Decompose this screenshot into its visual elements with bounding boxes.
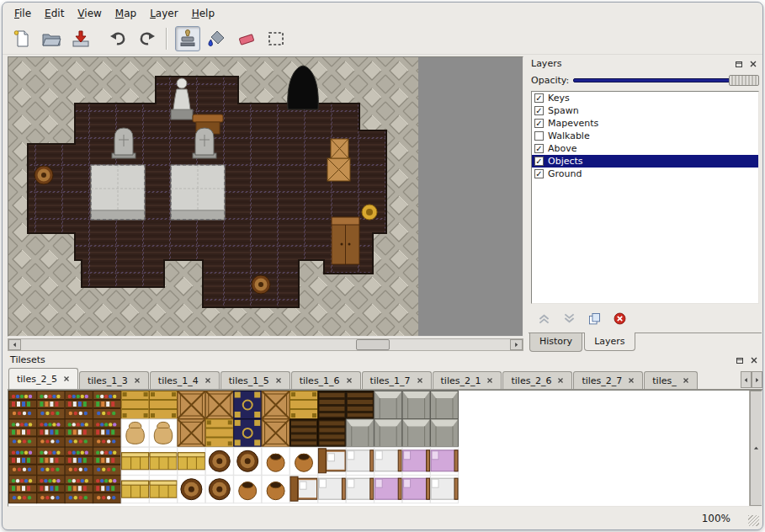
tileset-tab-tiles_2_5[interactable]: tiles_2_5	[8, 368, 78, 389]
opacity-row: Opacity:	[529, 71, 762, 89]
tab-close-icon[interactable]	[63, 375, 70, 382]
map-viewport[interactable]	[8, 56, 523, 337]
layer-row-spawn[interactable]: ✓ Spawn	[532, 104, 758, 117]
tab-close-icon[interactable]	[417, 377, 423, 384]
map-canvas[interactable]	[8, 57, 523, 336]
opacity-slider[interactable]	[573, 74, 759, 87]
zoom-level: 100%	[702, 513, 730, 524]
tileset-tab-label: tiles_1_4	[158, 375, 199, 386]
tab-close-icon[interactable]	[275, 377, 282, 384]
tileset-vertical-scrollbar[interactable]	[749, 391, 762, 506]
raise-layer-icon[interactable]	[537, 311, 551, 326]
layer-visibility-checkbox[interactable]: ✓	[534, 106, 544, 115]
eraser-tool-icon	[236, 29, 257, 49]
layer-visibility-checkbox[interactable]: ✓	[534, 144, 544, 153]
tileset-tab-tiles_1_5[interactable]: tiles_1_5	[220, 371, 290, 389]
layers-dock-title: Layers	[531, 58, 730, 69]
rect-select-tool-icon	[266, 29, 286, 49]
resize-grip[interactable]	[748, 515, 759, 526]
tileset-tab-label: tiles_2_1	[441, 375, 481, 386]
new-map-button[interactable]	[9, 26, 35, 51]
scrollbar-thumb[interactable]	[356, 339, 390, 350]
menu-edit[interactable]: Edit	[38, 6, 71, 21]
tileset-tab-label: tiles_1_3	[88, 375, 128, 386]
layer-list[interactable]: ✓ Keys ✓ Spawn ✓ Mapevents Walkable ✓ Ab…	[531, 91, 759, 304]
tileset-tab-tiles_1_7[interactable]: tiles_1_7	[362, 371, 432, 389]
save-button[interactable]	[68, 26, 93, 51]
tileset-tab-tiles_1_6[interactable]: tiles_1_6	[291, 371, 361, 389]
duplicate-layer-icon[interactable]	[587, 311, 602, 326]
layer-name: Above	[548, 143, 577, 154]
stamp-tool-button[interactable]	[175, 26, 200, 51]
tab-close-icon[interactable]	[134, 377, 141, 384]
tileset-tab-label: tiles_1_7	[370, 375, 411, 386]
menu-help[interactable]: Help	[185, 6, 221, 21]
tab-history[interactable]: History	[529, 333, 582, 352]
layer-visibility-checkbox[interactable]: ✓	[534, 119, 544, 128]
delete-layer-icon[interactable]	[613, 311, 627, 326]
right-arrow-icon	[754, 377, 760, 383]
tileset-tab-tiles_1_4[interactable]: tiles_1_4	[150, 371, 220, 389]
layer-row-mapevents[interactable]: ✓ Mapevents	[532, 117, 758, 130]
fill-tool-button[interactable]	[205, 26, 230, 51]
layer-row-keys[interactable]: ✓ Keys	[532, 92, 758, 104]
tab-close-icon[interactable]	[205, 377, 211, 384]
left-arrow-icon	[12, 342, 18, 348]
tileset-tab-label: tiles_2_5	[17, 374, 57, 385]
tilesets-dock-header: Tilesets	[8, 353, 762, 367]
menu-file[interactable]: File	[8, 6, 38, 21]
tab-close-icon[interactable]	[557, 377, 564, 384]
open-folder-icon	[41, 29, 61, 49]
layer-name: Objects	[548, 156, 583, 167]
menu-layer[interactable]: Layer	[143, 6, 184, 21]
undo-icon	[108, 29, 128, 49]
status-bar: 100%	[3, 508, 762, 529]
tileset-tab-tiles_1_3[interactable]: tiles_1_3	[79, 371, 149, 389]
fill-tool-icon	[207, 29, 227, 49]
rect-select-tool-button[interactable]	[263, 26, 289, 51]
tab-layers[interactable]: Layers	[584, 332, 635, 351]
layer-name: Mapevents	[548, 118, 598, 129]
tab-scroll-right-button[interactable]	[752, 371, 762, 388]
map-horizontal-scrollbar[interactable]	[8, 338, 523, 351]
tab-close-icon[interactable]	[628, 377, 635, 384]
layer-row-walkable[interactable]: Walkable	[532, 130, 758, 142]
layer-visibility-checkbox[interactable]: ✓	[534, 157, 544, 166]
scroll-right-button[interactable]	[510, 339, 523, 350]
menu-map[interactable]: Map	[109, 6, 143, 21]
tileset-tab-tiles_2_7[interactable]: tiles_2_7	[573, 371, 643, 389]
layer-row-above[interactable]: ✓ Above	[532, 142, 758, 155]
layer-visibility-checkbox[interactable]: ✓	[534, 93, 544, 103]
tileset-canvas[interactable]	[8, 391, 459, 505]
scroll-down-button[interactable]	[750, 506, 762, 507]
eraser-tool-button[interactable]	[234, 26, 259, 51]
float-dock-button[interactable]	[734, 354, 746, 366]
close-dock-button[interactable]	[747, 58, 759, 70]
opacity-slider-handle[interactable]	[729, 75, 759, 86]
scroll-left-button[interactable]	[8, 339, 21, 350]
tileset-view[interactable]	[8, 390, 762, 507]
main-toolbar	[3, 24, 762, 55]
scrollbar-track[interactable]	[21, 339, 510, 350]
open-button[interactable]	[39, 26, 64, 51]
tab-close-icon[interactable]	[486, 377, 493, 384]
tab-close-icon[interactable]	[346, 377, 353, 384]
redo-button[interactable]	[135, 26, 160, 51]
close-dock-button[interactable]	[748, 354, 760, 366]
layer-actions-toolbar	[529, 304, 762, 332]
float-dock-button[interactable]	[733, 58, 745, 70]
tileset-tab-tiles_2_6[interactable]: tiles_2_6	[502, 371, 572, 389]
menu-view[interactable]: View	[71, 6, 108, 21]
layer-visibility-checkbox[interactable]: ✓	[534, 169, 544, 178]
tileset-tab-clipped[interactable]: tiles_	[644, 371, 697, 389]
tab-close-icon[interactable]	[683, 377, 689, 384]
tileset-tab-tiles_2_1[interactable]: tiles_2_1	[433, 371, 502, 389]
lower-layer-icon[interactable]	[562, 311, 576, 326]
layer-visibility-checkbox[interactable]	[534, 131, 544, 141]
layer-row-ground[interactable]: ✓ Ground	[532, 168, 758, 180]
scroll-up-button[interactable]	[750, 391, 762, 506]
layer-name: Spawn	[548, 105, 579, 116]
tab-scroll-left-button[interactable]	[741, 371, 752, 388]
undo-button[interactable]	[105, 26, 130, 51]
layer-row-objects[interactable]: ✓ Objects	[532, 155, 758, 168]
